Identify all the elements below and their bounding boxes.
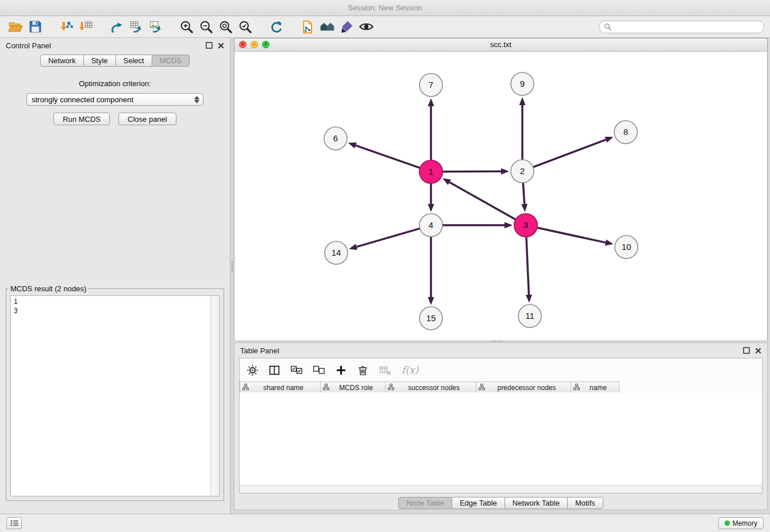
edge-2-8[interactable] (533, 140, 606, 167)
save-session-button[interactable] (25, 18, 45, 36)
refresh-view-button[interactable] (267, 18, 286, 36)
import-network-from-file-button[interactable] (56, 18, 76, 36)
show-hide-graphics-button[interactable] (356, 18, 376, 36)
node-11[interactable]: 11 (518, 304, 541, 327)
zoom-out-icon (199, 20, 214, 34)
search-input[interactable] (614, 22, 759, 32)
edge-3-10[interactable] (537, 228, 606, 242)
edge-arrowhead (349, 244, 357, 250)
panel-selector-button[interactable] (6, 517, 22, 529)
maximize-window-button[interactable]: + (262, 41, 270, 48)
edge-arrowhead (526, 295, 532, 303)
application-window: Session: New Session (0, 0, 770, 532)
close-panel-button[interactable]: Close panel (118, 113, 176, 125)
deselect-all-rows-icon[interactable] (313, 364, 325, 376)
node-14[interactable]: 14 (325, 241, 348, 264)
table-settings-gear-icon[interactable] (247, 364, 259, 376)
node-10[interactable]: 10 (615, 236, 638, 259)
zoom-fit-button[interactable] (216, 18, 236, 36)
zoom-out-button[interactable] (197, 18, 216, 36)
table-horizontal-scrollbar[interactable] (240, 485, 762, 493)
float-table-panel-button[interactable] (743, 347, 750, 354)
edge-4-14[interactable] (357, 229, 420, 247)
edge-arrowhead (605, 137, 613, 142)
column-header-mcds-role[interactable]: MCDS role (321, 382, 386, 394)
result-line: 3 (14, 306, 207, 315)
window-titlebar: Session: New Session (0, 0, 770, 16)
export-image-button[interactable] (146, 18, 165, 36)
first-neighbors-icon (319, 19, 335, 34)
search-field[interactable] (599, 21, 764, 33)
column-header-shared-name[interactable]: shared name (240, 382, 321, 394)
node-9[interactable]: 9 (511, 72, 534, 95)
network-canvas[interactable]: 7968124314101511 (234, 52, 767, 340)
network-window-titlebar[interactable]: × − + scc.txt (234, 38, 767, 52)
control-panel: Control Panel NetworkStyleSelectMCDS Opt… (0, 38, 230, 514)
mcds-result-list[interactable]: 13 (11, 296, 210, 496)
table-tab-motifs[interactable]: Motifs (567, 497, 603, 509)
table-header-row: shared nameMCDS rolesuccessor nodesprede… (240, 382, 763, 394)
column-type-icon (323, 384, 329, 392)
import-network-button[interactable] (107, 18, 126, 36)
column-header-successor-nodes[interactable]: successor nodes (386, 382, 476, 394)
node-1[interactable]: 1 (419, 160, 442, 183)
control-panel-tabs: NetworkStyleSelectMCDS (0, 55, 230, 67)
node-7[interactable]: 7 (419, 74, 442, 97)
float-panel-button[interactable] (206, 42, 213, 49)
node-label: 14 (332, 248, 341, 257)
run-mcds-button[interactable]: Run MCDS (53, 113, 110, 125)
node-2[interactable]: 2 (511, 160, 534, 183)
list-icon (9, 519, 20, 527)
tab-select[interactable]: Select (116, 55, 152, 67)
table-tab-network-table[interactable]: Network Table (505, 497, 568, 509)
status-bar: Memory (0, 514, 770, 532)
result-scrollbar[interactable] (210, 296, 219, 496)
node-label: 4 (429, 220, 433, 230)
delete-column-trash-icon[interactable] (357, 364, 369, 376)
workspace: Control Panel NetworkStyleSelectMCDS Opt… (0, 38, 770, 514)
network-document-button[interactable] (298, 18, 317, 36)
optimization-dropdown[interactable]: strongly connected component (26, 93, 203, 106)
node-label: 11 (525, 311, 534, 321)
close-panel-icon-button[interactable] (218, 43, 224, 49)
memory-button[interactable]: Memory (718, 517, 764, 529)
delete-table-icon-disabled (379, 364, 392, 377)
table-container: f(x) shared nameMCDS rolesuccessor nodes… (239, 358, 763, 494)
edge-3-1[interactable] (449, 182, 515, 219)
node-8[interactable]: 8 (614, 121, 637, 144)
create-column-plus-icon[interactable] (335, 364, 347, 376)
import-table-from-file-button[interactable] (76, 18, 95, 36)
tab-network[interactable]: Network (40, 55, 84, 67)
dropdown-stepper-icon (193, 95, 201, 104)
tab-style[interactable]: Style (83, 55, 116, 67)
column-header-predecessor-nodes[interactable]: predecessor nodes (476, 382, 571, 394)
zoom-selected-button[interactable] (236, 18, 255, 36)
export-table-button[interactable] (126, 18, 146, 36)
column-header-name[interactable]: name (571, 382, 619, 394)
node-4[interactable]: 4 (419, 214, 442, 237)
edge-2-3[interactable] (523, 183, 524, 204)
show-columns-icon[interactable] (268, 364, 280, 376)
zoom-fit-icon (218, 20, 233, 34)
minimize-window-button[interactable]: − (251, 41, 258, 48)
first-neighbors-button[interactable] (317, 18, 337, 36)
node-6[interactable]: 6 (324, 127, 347, 150)
edge-1-2[interactable] (442, 171, 501, 172)
table-tab-node-table[interactable]: Node Table (398, 497, 452, 509)
node-label: 1 (429, 167, 433, 176)
edge-3-11[interactable] (526, 237, 529, 295)
edge-1-6[interactable] (356, 145, 420, 168)
zoom-in-button[interactable] (177, 18, 197, 36)
tab-mcds[interactable]: MCDS (152, 55, 190, 67)
node-3[interactable]: 3 (514, 214, 537, 237)
table-tab-edge-table[interactable]: Edge Table (452, 497, 505, 509)
open-file-button[interactable] (6, 18, 25, 36)
apply-style-button[interactable] (337, 18, 356, 36)
node-label: 6 (333, 133, 338, 143)
close-window-button[interactable]: × (239, 41, 247, 48)
edge-arrowhead (348, 142, 357, 148)
close-table-panel-button[interactable] (755, 348, 761, 354)
select-all-rows-icon[interactable] (290, 364, 303, 376)
window-title: Session: New Session (348, 3, 422, 12)
node-15[interactable]: 15 (419, 307, 442, 330)
